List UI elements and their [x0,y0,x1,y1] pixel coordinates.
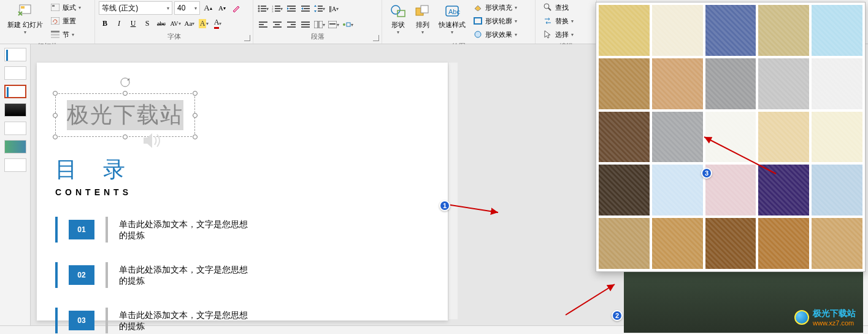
svg-point-47 [391,6,400,14]
texture-swatch[interactable] [812,112,862,163]
toc-item[interactable]: 03单击此处添加文本，文字是您思想的提炼 [55,308,429,333]
dialog-launcher-icon[interactable] [244,35,250,41]
dialog-launcher-icon[interactable] [373,35,379,41]
font-color-button[interactable]: A▾ [212,17,224,29]
thumbnail-panel[interactable] [0,44,31,325]
toc-item[interactable]: 02单击此处添加文本，文字是您思想的提炼 [55,262,429,288]
texture-swatch[interactable] [705,112,756,163]
slide-thumbnail[interactable] [4,48,26,61]
texture-gallery-popup[interactable] [596,2,866,272]
texture-swatch[interactable] [652,165,703,216]
bullets-button[interactable]: ▾ [257,2,269,15]
select-button[interactable]: 选择▾ [540,28,576,41]
texture-swatch[interactable] [652,112,703,163]
slide-thumbnail[interactable] [4,158,26,172]
char-spacing-button[interactable]: AV▾ [169,17,182,29]
svg-rect-33 [275,24,280,25]
decrease-indent-button[interactable] [285,2,298,15]
strikethrough-button[interactable]: abc [155,17,167,29]
group-font: 等线 (正文)▾ 40▾ A▴ A▾ B I U S abc AV▾ Aa▾ A… [95,0,253,44]
slide-thumbnail[interactable] [4,140,26,153]
texture-swatch[interactable] [758,112,809,163]
replace-button[interactable]: 替换▾ [540,15,576,27]
svg-rect-7 [51,37,60,38]
texture-swatch[interactable] [812,218,862,269]
decrease-font-button[interactable]: A▾ [216,2,228,14]
texture-swatch[interactable] [758,165,809,216]
increase-indent-button[interactable] [299,2,312,15]
new-slide-button[interactable]: 新建 幻灯片 ▾ [4,1,47,36]
clear-format-button[interactable] [230,2,242,14]
group-editing: 查找 替换▾ 选择▾ 编辑 [536,0,597,44]
change-case-button[interactable]: Aa▾ [183,17,196,29]
title-textbox[interactable]: 极光下载站 [55,93,195,137]
fill-icon [473,2,483,12]
shapes-button[interactable]: 形状▾ [386,1,410,36]
texture-swatch[interactable] [705,5,756,56]
texture-swatch[interactable] [652,218,703,269]
italic-button[interactable]: I [113,17,125,29]
texture-swatch[interactable] [599,5,650,56]
arrange-icon [414,2,431,20]
texture-swatch[interactable] [599,165,650,216]
title-text[interactable]: 极光下载站 [67,100,183,130]
slide-canvas[interactable]: 极光下载站 目 录 CONTENTS 01单击此处添加文本，文字是您思想的提炼0… [37,63,448,320]
texture-swatch[interactable] [652,58,703,109]
reset-button[interactable]: 重置 [48,15,83,27]
quick-styles-button[interactable]: Abc快速样式▾ [435,1,469,36]
highlight-button[interactable]: A▾ [198,17,210,29]
shadow-button[interactable]: S [141,17,153,29]
font-size-combo[interactable]: 40▾ [174,1,200,15]
arrange-button[interactable]: 排列▾ [410,1,435,36]
texture-swatch[interactable] [758,58,809,109]
texture-swatch[interactable] [758,5,809,56]
new-slide-label: 新建 幻灯片 [7,21,43,28]
svg-rect-50 [421,6,428,13]
columns-button[interactable]: ▾ [313,18,326,31]
rotate-handle-icon[interactable] [120,77,131,88]
texture-swatch[interactable] [705,165,756,216]
align-center-button[interactable] [271,18,283,31]
underline-button[interactable]: U [127,17,139,29]
texture-swatch[interactable] [758,218,809,269]
texture-swatch[interactable] [812,165,862,216]
bold-button[interactable]: B [99,17,111,29]
reset-label: 重置 [63,17,76,26]
section-button[interactable]: 节▾ [48,28,83,41]
slide-thumbnail[interactable] [4,103,26,117]
font-name-combo[interactable]: 等线 (正文)▾ [99,1,172,15]
texture-swatch[interactable] [705,58,756,109]
speaker-icon[interactable] [141,131,163,154]
align-right-button[interactable] [285,18,298,31]
texture-swatch[interactable] [812,58,862,109]
numbering-button[interactable]: 123▾ [271,2,283,15]
texture-swatch[interactable] [599,58,650,109]
texture-swatch[interactable] [705,218,756,269]
slide-thumbnail[interactable] [4,85,26,98]
increase-font-button[interactable]: A▴ [202,2,214,14]
slide-thumbnail[interactable] [4,122,26,135]
find-button[interactable]: 查找 [540,1,576,14]
smartart-button[interactable]: ▾ [342,18,354,31]
texture-swatch[interactable] [652,5,703,56]
svg-rect-22 [287,10,296,12]
annotation-badge-2: 2 [612,310,623,321]
line-spacing-button[interactable]: ▾ [313,2,326,15]
align-text-button[interactable]: ▾ [328,18,340,31]
shape-outline-button[interactable]: 形状轮廓▾ [470,15,520,27]
toc-item[interactable]: 01单击此处添加文本，文字是您思想的提炼 [55,217,429,243]
texture-swatch[interactable] [599,112,650,163]
align-left-button[interactable] [257,18,269,31]
slide-thumbnail[interactable] [4,66,26,80]
shape-effects-button[interactable]: 形状效果▾ [470,28,520,41]
toc-item-text: 单击此处添加文本，文字是您思想的提炼 [119,219,254,241]
svg-rect-46 [347,23,350,26]
vertical-scrollbar[interactable] [448,63,458,319]
layout-button[interactable]: 版式▾ [48,1,83,14]
texture-swatch[interactable] [599,218,650,269]
text-direction-button[interactable]: ‖A▾ [328,2,340,15]
shape-fill-button[interactable]: 形状填充▾ [470,1,520,14]
align-justify-button[interactable] [299,18,312,31]
new-slide-icon [17,2,34,20]
texture-swatch[interactable] [812,5,862,56]
